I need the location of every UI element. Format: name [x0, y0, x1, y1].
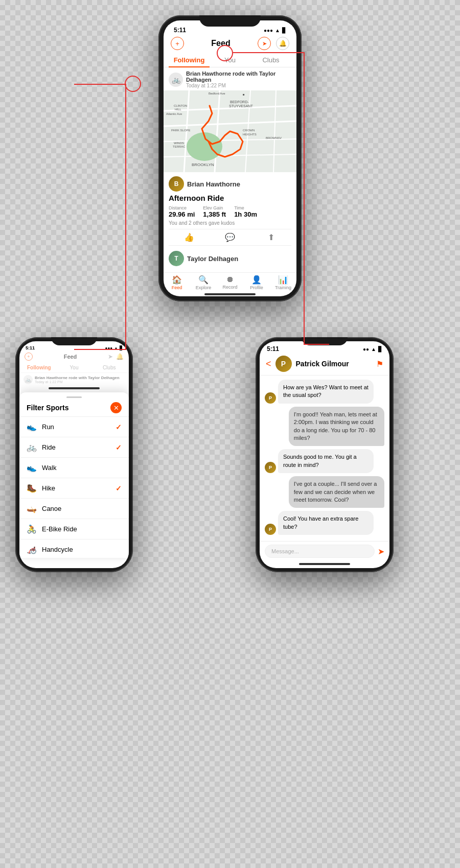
send-button[interactable]: ➤	[378, 547, 384, 556]
filter-ebike-left: 🚴 E-Bike Ride	[27, 524, 77, 534]
header-right-icons: ➤ 🔔	[258, 37, 289, 50]
activity-title: Afternoon Ride	[169, 194, 291, 202]
msg-row-1: P How are ya Wes? Want to meet at the us…	[265, 380, 384, 404]
comment-button[interactable]: 💬	[210, 232, 250, 242]
filter-item-hike[interactable]: 🥾 Hike ✓	[19, 478, 129, 499]
map-svg: BEDFORD- STUYVESANT Atlantic Ave CROWN H…	[164, 90, 296, 172]
bl-direction-icon: ➤	[108, 353, 113, 360]
svg-text:BROWNSV: BROWNSV	[266, 136, 282, 139]
msg-row-2: I'm good!! Yeah man, lets meet at 2:00pm…	[265, 407, 384, 447]
filter-annotation-box	[125, 76, 141, 92]
home-icon: 🏠	[172, 275, 182, 285]
time-label: Time	[234, 205, 257, 210]
flag-button[interactable]: ⚑	[376, 359, 383, 369]
nav-training-label: Training	[275, 285, 291, 290]
ebike-icon: 🚴	[27, 524, 37, 534]
filter-item-walk[interactable]: 👟 Walk	[19, 458, 129, 478]
bl-tab-following[interactable]: Following	[21, 363, 57, 372]
filter-handcycle-left: 🦽 Handcycle	[27, 545, 73, 554]
bl-tab-clubs[interactable]: Clubs	[91, 363, 127, 372]
filter-ride-label: Ride	[42, 443, 56, 451]
notification-button[interactable]: 🔔	[276, 37, 289, 50]
msg-bubble-2: I'm good!! Yeah man, lets meet at 2:00pm…	[289, 407, 384, 447]
message-input-row: Message... ➤	[260, 541, 389, 561]
second-athlete-name: Taylor Delhagen	[187, 255, 238, 263]
bike-icon: 🚲	[169, 73, 183, 87]
record-icon: ⏺	[226, 275, 234, 284]
nav-explore[interactable]: 🔍 Explore	[190, 275, 217, 290]
direction-button[interactable]: ➤	[258, 37, 271, 50]
feed-header: + Feed ➤ 🔔	[164, 36, 296, 53]
tab-following[interactable]: Following	[169, 53, 210, 67]
status-time: 5:11	[174, 27, 186, 34]
msg-bubble-4: I've got a couple... I'll send over a fe…	[289, 476, 384, 508]
left-annotation-line-v	[125, 84, 126, 349]
share-button[interactable]: ⬆	[250, 232, 291, 242]
filter-close-button[interactable]: ✕	[110, 402, 122, 413]
battery-icon: ▊	[282, 28, 286, 33]
hike-icon: 🥾	[27, 483, 37, 493]
svg-text:Bedford Ave: Bedford Ave	[209, 92, 225, 95]
filter-item-run[interactable]: 👟 Run ✓	[19, 417, 129, 437]
filter-canoe-label: Canoe	[42, 505, 61, 512]
activity-details: B Brian Hawthorne Afternoon Ride Distanc…	[164, 172, 296, 272]
second-athlete-avatar: T	[169, 251, 184, 266]
elev-label: Elev Gain	[203, 205, 226, 210]
nav-record[interactable]: ⏺ Record	[217, 275, 243, 290]
filter-item-handcycle[interactable]: 🦽 Handcycle	[19, 539, 129, 558]
bl-tab-you[interactable]: You	[57, 363, 92, 372]
message-input[interactable]: Message...	[265, 545, 375, 558]
nav-profile[interactable]: 👤 Profile	[243, 275, 270, 290]
br-status-icons: ●● ▲ ▊	[363, 346, 382, 352]
filter-item-canoe[interactable]: 🛶 Canoe	[19, 499, 129, 519]
stat-time: Time 1h 30m	[234, 205, 257, 218]
second-athlete-row: T Taylor Delhagen	[169, 250, 291, 266]
filter-item-ride[interactable]: 🚲 Ride ✓	[19, 437, 129, 458]
activity-map[interactable]: BEDFORD- STUYVESANT Atlantic Ave CROWN H…	[164, 90, 296, 172]
filter-run-left: 👟 Run	[27, 422, 54, 432]
kudos-text: You and 2 others gave kudos	[169, 220, 291, 226]
athlete-row: B Brian Hawthorne	[169, 176, 291, 192]
distance-label: Distance	[169, 205, 195, 210]
nav-profile-label: Profile	[250, 285, 263, 290]
svg-text:PARK SLOPE: PARK SLOPE	[171, 129, 191, 132]
stat-distance: Distance 29.96 mi	[169, 205, 195, 218]
kudos-button[interactable]: 👍	[169, 232, 210, 242]
filter-hike-left: 🥾 Hike	[27, 483, 55, 493]
athlete-avatar: B	[169, 176, 184, 192]
br-signal-icon: ●●	[363, 346, 369, 352]
bl-phone-notch	[51, 337, 97, 345]
home-bar	[204, 293, 256, 295]
wifi-icon: ▲	[275, 28, 280, 33]
filter-title: Filter Sports	[27, 404, 68, 412]
activity-avatar: 🚲	[169, 73, 183, 87]
right-annotation-line-h	[233, 52, 305, 53]
filter-canoe-left: 🛶 Canoe	[27, 504, 61, 513]
svg-text:■: ■	[243, 93, 245, 96]
nav-training[interactable]: 📊 Training	[270, 275, 296, 290]
bottom-nav: 🏠 Feed 🔍 Explore ⏺ Record 👤 Profile 📊 Tr…	[164, 272, 296, 291]
filter-handcycle-label: Handcycle	[42, 546, 73, 553]
profile-icon: 👤	[251, 275, 262, 285]
bl-activity-line: Brian Hawthorne rode with Taylor Delhage…	[35, 376, 120, 380]
svg-text:HILL: HILL	[175, 108, 181, 111]
time-value: 1h 30m	[234, 210, 257, 218]
filter-item-ebike[interactable]: 🚴 E-Bike Ride	[19, 519, 129, 539]
msg-row-5: P Cool! You have an extra spare tube?	[265, 511, 384, 535]
back-button[interactable]: <	[266, 359, 271, 369]
tab-you[interactable]: You	[210, 53, 250, 67]
msg-avatar-1: P	[265, 392, 276, 404]
svg-text:BROOKLYN: BROOKLYN	[192, 162, 214, 167]
bl-status-time: 5:11	[26, 345, 35, 350]
br-wifi-icon: ▲	[371, 346, 376, 352]
bl-phone-screen: 5:11 ●●● ▲ ▊ + Feed ➤ 🔔 Following You Cl…	[19, 341, 129, 568]
canoe-icon: 🛶	[27, 504, 37, 513]
filter-walk-left: 👟 Walk	[27, 463, 56, 473]
filter-panel: Filter Sports ✕ 👟 Run ✓ 🚲 Ride ✓ �	[19, 392, 129, 558]
nav-feed[interactable]: 🏠 Feed	[164, 275, 190, 290]
tab-clubs[interactable]: Clubs	[250, 53, 291, 67]
add-button[interactable]: +	[171, 37, 184, 50]
athlete-name: Brian Hawthorne	[187, 180, 240, 188]
right-annotation-line-v	[304, 52, 305, 344]
msg-bubble-3: Sounds good to me. You git a route in mi…	[278, 449, 374, 473]
